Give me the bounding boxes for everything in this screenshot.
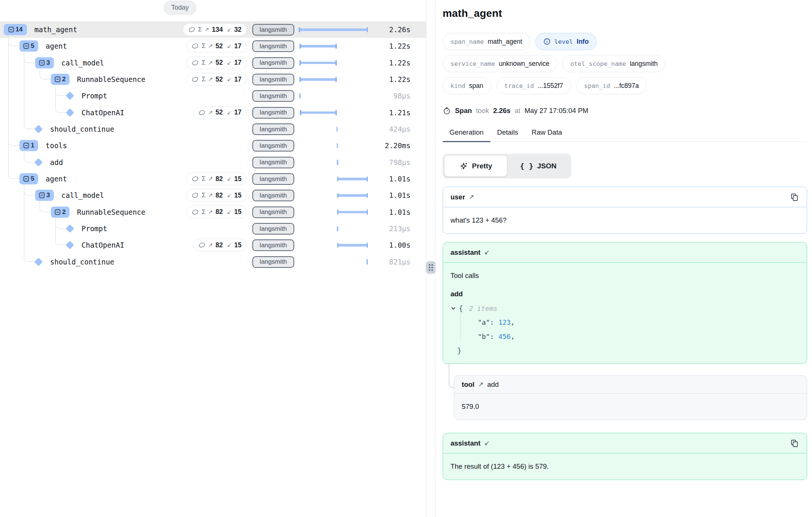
trace-row-should_continue[interactable]: should_continuelangsmith424µs bbox=[0, 121, 426, 137]
child-count: 14 bbox=[16, 26, 23, 33]
collapse-badge[interactable]: 1 bbox=[19, 140, 38, 151]
input-tokens: 52 bbox=[215, 108, 222, 116]
trace-row-tools[interactable]: 1toolslangsmith2.20ms bbox=[0, 137, 426, 154]
json-view-button[interactable]: { } JSON bbox=[507, 156, 569, 177]
span-name-label: ChatOpenAI bbox=[81, 241, 124, 249]
span-name-label: agent bbox=[46, 42, 67, 50]
child-count: 3 bbox=[46, 192, 50, 199]
duration-label: 424µs bbox=[389, 125, 410, 133]
duration-label: 1.01s bbox=[389, 208, 410, 216]
sigma-icon: Σ bbox=[202, 59, 206, 67]
copy-button[interactable] bbox=[790, 192, 799, 202]
duration-label: 1.00s bbox=[389, 241, 410, 249]
stopwatch-icon bbox=[443, 107, 451, 115]
waterfall-track bbox=[299, 88, 367, 104]
langsmith-tag: langsmith bbox=[252, 140, 294, 152]
child-count: 3 bbox=[46, 59, 50, 67]
input-tokens: 52 bbox=[215, 76, 222, 83]
span-name-label: RunnableSequence bbox=[77, 75, 145, 83]
waterfall-track bbox=[299, 38, 367, 54]
collapse-badge[interactable]: 3 bbox=[35, 57, 54, 68]
duration-tick bbox=[366, 259, 368, 264]
arrow-down-left-icon: ↙ bbox=[227, 43, 232, 49]
output-tokens: 15 bbox=[234, 241, 242, 249]
sigma-icon: Σ bbox=[202, 208, 206, 216]
collapse-badge[interactable]: 5 bbox=[19, 173, 38, 184]
waterfall-track bbox=[299, 121, 367, 137]
input-tokens: 82 bbox=[215, 241, 222, 249]
child-count: 2 bbox=[62, 208, 65, 216]
arrow-up-right-icon: ↗ bbox=[208, 109, 213, 116]
trace-row-agent[interactable]: 5agentΣ↗52↙17langsmith1.22s bbox=[0, 38, 426, 54]
trace-row-math_agent[interactable]: 14math_agentΣ↗134↙32langsmith2.26s bbox=[0, 21, 426, 38]
input-tokens: 52 bbox=[215, 59, 222, 67]
langsmith-tag: langsmith bbox=[252, 90, 294, 102]
trace-tree-pane: Today 14math_agentΣ↗134↙32langsmith2.26s… bbox=[0, 0, 426, 517]
span-name-label: RunnableSequence bbox=[77, 208, 145, 216]
duration-label: 1.22s bbox=[389, 75, 410, 83]
langsmith-tag: langsmith bbox=[252, 239, 294, 251]
span-id-pill: span_id ...fc897a bbox=[576, 77, 647, 94]
arrow-down-left-icon: ↙ bbox=[227, 26, 232, 33]
tab-generation[interactable]: Generation bbox=[443, 125, 490, 141]
attribute-pills-row-3: kind span trace_id ...1552f7 span_id ...… bbox=[443, 77, 808, 94]
span-name-label: call_model bbox=[61, 59, 104, 67]
leaf-diamond-icon bbox=[66, 92, 74, 100]
trace-row-should_continue[interactable]: should_continuelangsmith821µs bbox=[0, 254, 426, 270]
tab-raw-data[interactable]: Raw Data bbox=[525, 125, 569, 141]
arrow-up-right-icon: ↗ bbox=[208, 43, 213, 49]
view-mode-toggle: Pretty { } JSON bbox=[443, 154, 571, 178]
arrow-up-right-icon: ↗ bbox=[204, 26, 209, 33]
langsmith-tag: langsmith bbox=[252, 223, 294, 235]
span-duration-summary: Span took 2.26s at May 27 17:05:04 PM bbox=[443, 107, 808, 115]
collapse-badge[interactable]: 2 bbox=[51, 207, 70, 218]
trace-row-ChatOpenAI[interactable]: ChatOpenAI↗52↙17langsmith1.21s bbox=[0, 104, 426, 121]
assistant-message-header: assistant ↙ bbox=[443, 433, 807, 453]
token-count-pill: ↗82↙15 bbox=[193, 239, 247, 251]
assistant-final-card: assistant ↙ The result of (123 + 456) is… bbox=[443, 433, 807, 480]
span-name-label: agent bbox=[46, 175, 67, 183]
tree-pane-border bbox=[426, 0, 427, 517]
tokens-coin-icon bbox=[198, 109, 206, 116]
collapse-badge[interactable]: 14 bbox=[4, 24, 27, 35]
trace-row-ChatOpenAI[interactable]: ChatOpenAI↗82↙15langsmith1.00s bbox=[0, 237, 426, 253]
trace-row-call_model[interactable]: 3call_modelΣ↗82↙15langsmith1.01s bbox=[0, 187, 426, 204]
collapse-badge[interactable]: 3 bbox=[35, 190, 54, 201]
trace-row-call_model[interactable]: 3call_modelΣ↗52↙17langsmith1.22s bbox=[0, 55, 426, 71]
waterfall-track bbox=[299, 254, 367, 270]
duration-label: 2.26s bbox=[389, 25, 410, 34]
trace-row-add[interactable]: addlangsmith798µs bbox=[0, 154, 426, 171]
sigma-icon: Σ bbox=[202, 192, 206, 199]
splitter-drag-handle[interactable] bbox=[426, 261, 436, 274]
chevron-down-icon[interactable] bbox=[450, 306, 456, 311]
duration-bar bbox=[338, 194, 368, 197]
child-count: 2 bbox=[62, 76, 65, 83]
sigma-icon: Σ bbox=[198, 26, 202, 33]
tokens-coin-icon bbox=[191, 59, 199, 67]
duration-bar bbox=[300, 45, 336, 48]
collapse-badge[interactable]: 5 bbox=[19, 40, 38, 52]
output-tokens: 15 bbox=[234, 208, 242, 216]
trace-row-RunnableSequence[interactable]: 2RunnableSequenceΣ↗82↙15langsmith1.01s bbox=[0, 204, 426, 220]
span-name-pill: span_name math_agent bbox=[443, 33, 530, 50]
span-name-label: ChatOpenAI bbox=[81, 108, 124, 117]
trace-id-pill: trace_id ...1552f7 bbox=[496, 77, 571, 94]
langsmith-tag: langsmith bbox=[252, 123, 294, 135]
token-count-pill: Σ↗52↙17 bbox=[186, 56, 247, 69]
token-count-pill: Σ↗82↙15 bbox=[186, 206, 247, 218]
duration-label: 821µs bbox=[389, 258, 410, 266]
trace-row-agent[interactable]: 5agentΣ↗82↙15langsmith1.01s bbox=[0, 171, 426, 187]
output-tokens: 17 bbox=[234, 76, 242, 83]
duration-label: 1.22s bbox=[389, 42, 410, 50]
token-count-pill: Σ↗134↙32 bbox=[183, 23, 247, 36]
collapse-badge[interactable]: 2 bbox=[51, 74, 70, 85]
tab-details[interactable]: Details bbox=[490, 125, 525, 141]
copy-button[interactable] bbox=[790, 438, 799, 448]
info-icon bbox=[543, 38, 551, 45]
attribute-pills-row-1: span_name math_agent level Info bbox=[443, 33, 808, 50]
pretty-view-button[interactable]: Pretty bbox=[445, 156, 507, 177]
span-name-label: add bbox=[50, 158, 63, 166]
span-name-label: math_agent bbox=[34, 25, 77, 34]
duration-tick bbox=[337, 143, 338, 149]
arrow-up-right-icon: ↗ bbox=[208, 209, 213, 215]
